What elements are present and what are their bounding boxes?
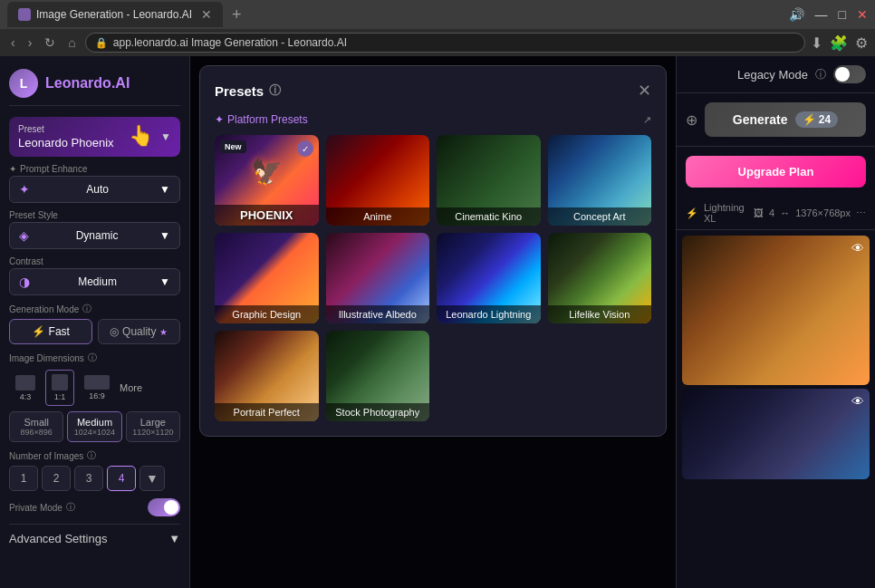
gallery-eye-icon-2[interactable]: 👁 — [851, 394, 864, 409]
size-large-btn[interactable]: Large 1120×1120 — [126, 411, 180, 442]
nav-home-btn[interactable]: ⌂ — [64, 34, 79, 52]
generate-btn[interactable]: Generate ⚡ 24 — [705, 102, 866, 137]
image-count: 4 — [769, 207, 774, 218]
generate-area: ⊕ Generate ⚡ 24 — [677, 93, 875, 147]
preset-card-lifelike[interactable]: Lifelike Vision — [548, 233, 652, 323]
num-more-btn[interactable]: ▼ — [139, 466, 165, 491]
advanced-settings-btn[interactable]: Advanced Settings ▼ — [9, 524, 180, 553]
prompt-enhance-select[interactable]: ✦ Auto ▼ — [9, 176, 180, 203]
preset-anime-name: Anime — [326, 207, 430, 226]
num-1-btn[interactable]: 1 — [9, 466, 38, 491]
fast-mode-btn[interactable]: ⚡ Fast — [9, 319, 92, 344]
preset-style-select[interactable]: ◈ Dynamic ▼ — [9, 222, 180, 249]
ratio-11-btn[interactable]: 1:1 — [45, 370, 74, 406]
generation-mode-label: Generation Mode ⓘ — [9, 303, 180, 315]
extensions-icon[interactable]: 🧩 — [830, 34, 848, 52]
num-2-btn[interactable]: 2 — [42, 466, 71, 491]
preset-style-control: Preset Style ◈ Dynamic ▼ — [9, 210, 180, 249]
dimensions-info-icon[interactable]: ⓘ — [88, 352, 97, 364]
download-icon[interactable]: ⬇ — [811, 34, 822, 52]
address-input[interactable]: 🔒 app.leonardo.ai Image Generation - Leo… — [85, 33, 805, 53]
legacy-info-icon[interactable]: ⓘ — [815, 67, 826, 82]
right-panel: Legacy Mode ⓘ ⊕ Generate ⚡ 24 Upgrade Pl… — [676, 56, 875, 588]
image-count-icon: 🖼 — [754, 207, 764, 218]
modal-header: Presets ⓘ ✕ — [215, 81, 651, 101]
logo-area: L Leonardo.AI — [9, 65, 180, 106]
preset-new-badge: New — [220, 140, 246, 153]
nav-back-btn[interactable]: ‹ — [7, 34, 19, 52]
contrast-select[interactable]: ◑ Medium ▼ — [9, 268, 180, 295]
gallery-item-2[interactable]: 👁 — [682, 389, 870, 479]
toggle-knob — [164, 500, 178, 515]
upgrade-btn[interactable]: Upgrade Plan — [686, 156, 866, 188]
private-mode-toggle[interactable] — [148, 498, 180, 516]
resolution: 1376×768px — [795, 207, 851, 218]
nav-forward-btn[interactable]: › — [24, 34, 36, 52]
browser-chrome: Image Generation - Leonardo.AI ✕ + 🔊 — □… — [0, 0, 875, 56]
modal-overlay: Presets ⓘ ✕ ✦ Platform Presets ↗ — [190, 56, 676, 588]
ratio-43-btn[interactable]: 4:3 — [9, 371, 42, 406]
gen-count-icon: ⚡ — [803, 113, 816, 126]
generation-mode-info-icon[interactable]: ⓘ — [82, 303, 91, 315]
style-icon: ◈ — [19, 228, 29, 243]
ratio-169-btn[interactable]: 16:9 — [78, 371, 116, 405]
model-name: Lightning XL — [704, 202, 748, 224]
num-3-btn[interactable]: 3 — [74, 466, 103, 491]
preset-card-phoenix[interactable]: New ✓ 🦅 PHOENIX — [215, 135, 319, 226]
modal-close-btn[interactable]: ✕ — [638, 81, 651, 101]
platform-presets-header: ✦ Platform Presets ↗ — [215, 113, 651, 126]
gallery-grid: 👁 👁 — [677, 230, 875, 588]
star-icon: ✦ — [215, 113, 224, 126]
view-all-btn[interactable]: ↗ — [639, 114, 651, 126]
legacy-mode-toggle[interactable] — [833, 65, 866, 83]
preset-card-anime[interactable]: Anime — [326, 135, 430, 226]
nav-reload-btn[interactable]: ↻ — [41, 34, 59, 52]
gallery-info: ⚡ Lightning XL 🖼 4 ↔ 1376×768px ⋯ — [677, 197, 875, 230]
size-small-btn[interactable]: Small 896×896 — [9, 411, 63, 442]
quality-mode-btn[interactable]: ◎ Quality ★ — [98, 319, 181, 344]
preset-dropdown-value: Leonardo Phoenix — [18, 136, 114, 149]
tab-title: Image Generation - Leonardo.AI — [36, 8, 192, 21]
quality-badge: ★ — [159, 327, 168, 337]
num-4-btn[interactable]: 4 — [107, 466, 136, 491]
preset-card-concept[interactable]: Concept Art — [548, 135, 652, 226]
sparkle-icon: ✦ — [9, 164, 16, 174]
preset-card-illustrative[interactable]: Illustrative Albedo — [326, 233, 430, 323]
ratio-more-btn[interactable]: More — [120, 382, 142, 393]
preset-portrait-name: Portrait Perfect — [215, 403, 319, 421]
preset-card-portrait[interactable]: Portrait Perfect — [215, 331, 319, 421]
model-label: ⚡ — [686, 207, 698, 219]
tab-new-btn[interactable]: + — [226, 5, 247, 24]
size-medium-btn[interactable]: Medium 1024×1024 — [67, 411, 121, 442]
image-dimensions-label: Image Dimensions ⓘ — [9, 352, 180, 364]
avatar: L — [9, 69, 38, 98]
settings-icon[interactable]: ⚙ — [855, 34, 868, 52]
presets-info-icon[interactable]: ⓘ — [269, 82, 281, 99]
browser-minimize-btn[interactable]: — — [815, 7, 828, 22]
browser-speaker-icon[interactable]: 🔊 — [789, 7, 804, 22]
tab-favicon — [18, 8, 31, 21]
preset-cinematic-name: Cinematic Kino — [437, 207, 541, 226]
private-mode-info-icon[interactable]: ⓘ — [66, 501, 75, 514]
tab-close-btn[interactable]: ✕ — [201, 7, 212, 22]
num-images-info-icon[interactable]: ⓘ — [87, 449, 96, 462]
gallery-more-icon[interactable]: ⋯ — [856, 207, 866, 219]
platform-presets-label: ✦ Platform Presets — [215, 113, 308, 126]
gallery-eye-icon-1[interactable]: 👁 — [851, 241, 864, 255]
browser-toolbar: ⬇ 🧩 ⚙ — [811, 34, 868, 52]
contrast-icon: ◑ — [19, 275, 30, 289]
preset-card-stock[interactable]: Stock Photography — [326, 331, 430, 421]
presets-grid: New ✓ 🦅 PHOENIX Anime — [215, 135, 651, 421]
gallery-item-1[interactable]: 👁 — [682, 236, 870, 385]
tab-bar: Image Generation - Leonardo.AI ✕ + 🔊 — □… — [0, 0, 875, 29]
preset-dropdown-arrow: ▼ — [160, 130, 171, 143]
browser-tab[interactable]: Image Generation - Leonardo.AI ✕ — [7, 2, 223, 27]
cursor-icon: 👆 — [129, 124, 153, 148]
dimension-sizes: Small 896×896 Medium 1024×1024 Large 112… — [9, 411, 180, 442]
browser-restore-btn[interactable]: □ — [839, 7, 846, 22]
preset-card-lightning[interactable]: Leonardo Lightning — [437, 233, 541, 323]
preset-card-cinematic[interactable]: Cinematic Kino — [437, 135, 541, 226]
preset-card-graphic[interactable]: Graphic Design — [215, 233, 319, 323]
browser-close-btn[interactable]: ✕ — [857, 7, 868, 22]
preset-dropdown[interactable]: Preset Leonardo Phoenix ▼ 👆 — [9, 117, 180, 157]
